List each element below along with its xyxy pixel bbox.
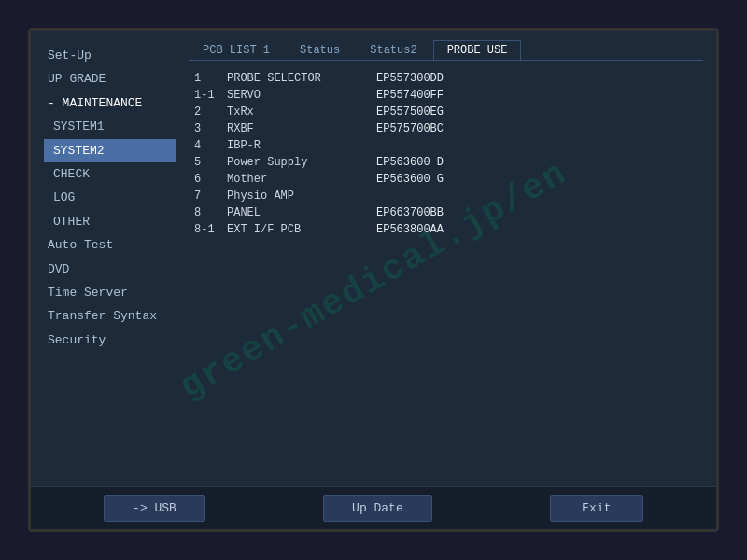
table-row: 7 Physio AMP — [189, 188, 703, 204]
pcb-name-8: PANEL — [221, 204, 371, 221]
pcb-name-4: IBP-R — [221, 137, 371, 154]
tab-3[interactable]: PROBE USE — [433, 40, 522, 60]
pcb-value-3: EP575700BC — [371, 120, 703, 137]
pcb-value-2: EP557500EG — [371, 104, 703, 120]
pcb-num-5: 5 — [189, 154, 221, 171]
table-row: 4 IBP-R — [189, 137, 703, 154]
table-row: 5 Power Supply EP563600 D — [189, 154, 703, 171]
pcb-value-5: EP563600 D — [371, 154, 703, 171]
table-row: 8-1 EXT I/F PCB EP563800AA — [189, 221, 703, 238]
pcb-name-1: SERVO — [221, 87, 371, 104]
tab-0[interactable]: PCB LIST 1 — [189, 40, 284, 60]
tab-1[interactable]: Status — [286, 40, 354, 60]
tab-2[interactable]: Status2 — [356, 40, 430, 60]
pcb-name-0: PROBE SELECTOR — [221, 70, 371, 87]
pcb-num-8: 8 — [189, 204, 221, 221]
pcb-num-2: 2 — [189, 104, 221, 120]
pcb-num-9: 8-1 — [189, 221, 221, 238]
footer: -> USB Up Date Exit — [31, 486, 716, 529]
main-content: Set-UpUP GRADE- MAINTENANCESYSTEM1SYSTEM… — [31, 31, 716, 486]
pcb-name-6: Mother — [221, 171, 371, 188]
sidebar-item-8[interactable]: Auto Test — [44, 233, 176, 257]
pcb-table: 1 PROBE SELECTOR EP557300DD 1-1 SERVO EP… — [189, 70, 703, 238]
pcb-name-5: Power Supply — [221, 154, 371, 171]
pcb-num-3: 3 — [189, 120, 221, 137]
pcb-name-9: EXT I/F PCB — [221, 221, 371, 238]
pcb-name-2: TxRx — [221, 104, 371, 120]
table-row: 2 TxRx EP557500EG — [189, 104, 703, 120]
pcb-num-4: 4 — [189, 137, 221, 154]
usb-button[interactable]: -> USB — [104, 495, 205, 522]
table-row: 8 PANEL EP663700BB — [189, 204, 703, 221]
sidebar-item-12[interactable]: Security — [44, 329, 176, 352]
table-row: 1-1 SERVO EP557400FF — [189, 87, 703, 104]
pcb-value-6: EP563600 G — [371, 171, 703, 188]
sidebar-item-2[interactable]: - MAINTENANCE — [44, 91, 176, 115]
sidebar-item-3[interactable]: SYSTEM1 — [44, 115, 176, 138]
pcb-value-8: EP663700BB — [371, 204, 703, 221]
pcb-num-6: 6 — [189, 171, 221, 188]
pcb-value-9: EP563800AA — [371, 221, 703, 238]
sidebar: Set-UpUP GRADE- MAINTENANCESYSTEM1SYSTEM… — [31, 31, 176, 486]
pcb-num-1: 1-1 — [189, 87, 221, 104]
table-row: 1 PROBE SELECTOR EP557300DD — [189, 70, 703, 87]
sidebar-item-9[interactable]: DVD — [44, 258, 176, 281]
sidebar-item-7[interactable]: OTHER — [44, 210, 176, 233]
sidebar-item-10[interactable]: Time Server — [44, 281, 176, 304]
pcb-value-0: EP557300DD — [371, 70, 703, 87]
pcb-num-7: 7 — [189, 188, 221, 204]
sidebar-item-1[interactable]: UP GRADE — [44, 67, 176, 91]
table-row: 6 Mother EP563600 G — [189, 171, 703, 188]
table-row: 3 RXBF EP575700BC — [189, 120, 703, 137]
pcb-name-7: Physio AMP — [221, 188, 371, 204]
sidebar-item-6[interactable]: LOG — [44, 186, 176, 209]
sidebar-item-0[interactable]: Set-Up — [44, 44, 176, 67]
update-button[interactable]: Up Date — [323, 495, 432, 522]
pcb-value-1: EP557400FF — [371, 87, 703, 104]
pcb-num-0: 1 — [189, 70, 221, 87]
pcb-value-7 — [371, 188, 703, 204]
main-screen: green-medical.jp/en Set-UpUP GRADE- MAIN… — [28, 28, 719, 532]
pcb-value-4 — [371, 137, 703, 154]
sidebar-item-4[interactable]: SYSTEM2 — [44, 139, 176, 162]
pcb-name-3: RXBF — [221, 120, 371, 137]
exit-button[interactable]: Exit — [550, 495, 643, 522]
sidebar-item-11[interactable]: Transfer Syntax — [44, 304, 176, 328]
tabs: PCB LIST 1StatusStatus2PROBE USE — [189, 40, 703, 61]
sidebar-item-5[interactable]: CHECK — [44, 162, 176, 186]
content-area: PCB LIST 1StatusStatus2PROBE USE 1 PROBE… — [176, 31, 716, 486]
